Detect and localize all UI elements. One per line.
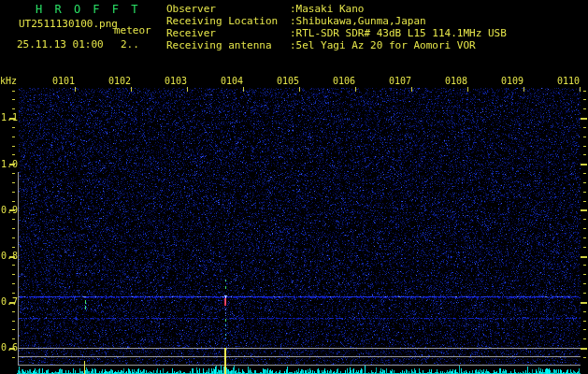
x-tick-label: 0105	[277, 77, 299, 86]
y-tick-label: 0.9	[0, 206, 18, 215]
info-label-location: Receiving Location	[166, 16, 278, 26]
x-tick-label: 0103	[165, 77, 187, 86]
hrofft-screen: H R O F F T UT2511130100.png meteor 25.1…	[0, 0, 588, 374]
info-label-antenna: Receiving antenna	[166, 40, 272, 50]
y-tick-label: 1.0	[0, 160, 18, 169]
y-tick-label: 1.1	[0, 113, 18, 122]
y-tick-label: 0.8	[0, 252, 18, 261]
filename-label: UT2511130100.png	[19, 19, 118, 29]
datetime-label: 25.11.13 01:00	[17, 39, 104, 50]
app-title: H R O F F T	[36, 4, 140, 15]
x-tick-label: 0108	[445, 77, 467, 86]
x-tick-label: 0102	[108, 77, 131, 86]
y-axis-unit: kHz	[0, 77, 17, 86]
x-tick-label: 0110	[557, 77, 580, 86]
x-tick-label: 0107	[389, 77, 411, 86]
info-value-observer: :Masaki Kano	[290, 4, 364, 14]
mode-label: meteor	[114, 25, 151, 36]
y-tick-label: 0.7	[0, 297, 18, 307]
info-value-location: :Shibukawa,Gunma,Japan	[290, 16, 426, 26]
y-tick-label: 0.6	[0, 343, 18, 352]
spectrogram-canvas	[0, 0, 588, 374]
info-label-receiver: Receiver	[166, 28, 216, 38]
info-value-receiver: :RTL-SDR SDR# 43dB L15 114.1MHz USB	[290, 28, 507, 38]
x-tick-label: 0101	[52, 77, 75, 86]
x-tick-label: 0106	[333, 77, 355, 86]
x-tick-label: 0109	[501, 77, 523, 86]
x-tick-label: 0104	[221, 77, 243, 86]
echo-count-label: 2..	[121, 39, 139, 50]
info-label-observer: Observer	[166, 4, 216, 14]
info-value-antenna: :5el Yagi Az 20 for Aomori VOR	[290, 40, 476, 50]
